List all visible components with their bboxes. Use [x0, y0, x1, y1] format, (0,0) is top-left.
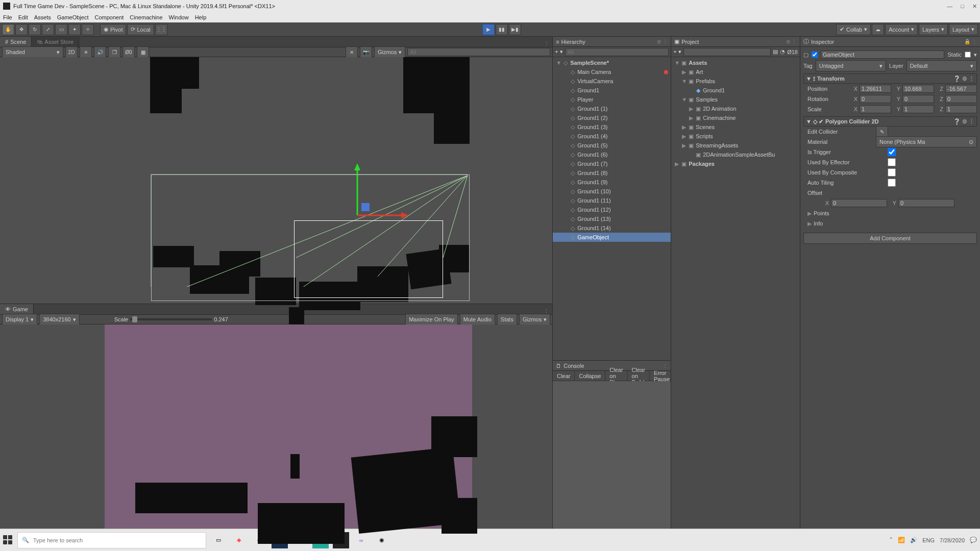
- app-chrome-icon[interactable]: ◉: [374, 532, 390, 548]
- scale-tool-icon[interactable]: ⤢: [42, 24, 54, 35]
- pos-z-input[interactable]: [945, 85, 977, 93]
- console-error-pause[interactable]: Error Pause: [650, 371, 674, 381]
- camera-icon[interactable]: 📷: [360, 46, 372, 58]
- tool-icon[interactable]: ✕: [346, 46, 358, 58]
- menu-edit[interactable]: Edit: [18, 14, 28, 20]
- active-checkbox[interactable]: [812, 52, 818, 58]
- menu-component[interactable]: Component: [94, 14, 124, 20]
- tray-volume-icon[interactable]: 🔊: [910, 537, 917, 543]
- step-button[interactable]: ▶▮: [509, 24, 521, 35]
- maximize-button[interactable]: □: [961, 3, 964, 10]
- project-search-input[interactable]: [683, 48, 771, 56]
- project-item[interactable]: ▶▣Packages: [671, 159, 800, 168]
- pos-x-input[interactable]: [860, 85, 891, 93]
- console-clear-on-play[interactable]: Clear on Play: [605, 371, 627, 381]
- material-field[interactable]: None (Physics Ma⊙: [876, 136, 977, 147]
- scale-slider[interactable]: [130, 318, 212, 320]
- audio-icon[interactable]: 🔊: [94, 46, 106, 58]
- hidden-icon[interactable]: Ø0: [122, 46, 135, 58]
- create-dropdown-icon[interactable]: + ▾: [673, 48, 681, 55]
- display-dropdown[interactable]: Display 1 ▾: [2, 314, 37, 325]
- panel-menu-icon[interactable]: ⊘ ⋮: [657, 39, 668, 44]
- tab-game[interactable]: 👁 Game: [0, 304, 34, 314]
- object-name-input[interactable]: [821, 51, 944, 59]
- used-by-composite-checkbox[interactable]: [876, 168, 908, 177]
- shading-dropdown[interactable]: Shaded▾: [2, 46, 63, 58]
- add-component-button[interactable]: Add Component: [803, 233, 977, 244]
- project-item[interactable]: ▣2DAnimationSampleAssetBu: [671, 150, 800, 159]
- layout-dropdown[interactable]: Layout ▾: [949, 24, 978, 35]
- transform-header[interactable]: ▼ ⟟ Transform❔ ⚙ ⋮: [803, 73, 977, 84]
- close-button[interactable]: ✕: [972, 3, 977, 10]
- panel-menu-icon[interactable]: ⊘ ⋮: [786, 39, 797, 44]
- move-tool-icon[interactable]: ✥: [15, 24, 28, 35]
- project-item[interactable]: ▶▣Art: [671, 67, 800, 77]
- search-scope-icon[interactable]: ▤: [773, 48, 778, 55]
- edit-collider-button[interactable]: ✎: [876, 126, 888, 137]
- scale-x-input[interactable]: [860, 105, 891, 113]
- scale-y-input[interactable]: [902, 105, 934, 113]
- tab-asset-store[interactable]: 🛍 Asset Store: [32, 37, 79, 47]
- collab-dropdown[interactable]: ✔ Collab ▾: [836, 24, 871, 35]
- mute-button[interactable]: Mute Audio: [460, 314, 495, 325]
- tray-lang-icon[interactable]: ENG: [922, 537, 935, 543]
- menu-window[interactable]: Window: [169, 14, 189, 20]
- menu-file[interactable]: File: [3, 14, 12, 20]
- tag-dropdown[interactable]: Untagged▾: [816, 60, 886, 71]
- auto-tiling-checkbox[interactable]: [876, 179, 908, 187]
- start-button[interactable]: [3, 535, 13, 545]
- app-brave-icon[interactable]: ◆: [231, 532, 247, 548]
- pos-y-input[interactable]: [902, 85, 934, 93]
- layer-dropdown[interactable]: Default▾: [906, 60, 977, 71]
- panel-menu-icon[interactable]: ⋮: [541, 40, 552, 47]
- fx-icon[interactable]: ❐: [108, 46, 120, 58]
- filter-icon[interactable]: ◔: [780, 48, 785, 55]
- layers-dropdown[interactable]: Layers ▾: [919, 24, 948, 35]
- console-collapse[interactable]: Collapse: [575, 371, 605, 381]
- mode-2d-button[interactable]: 2D: [65, 46, 78, 58]
- game-view[interactable]: [0, 324, 552, 529]
- taskbar-search[interactable]: 🔍 Type here to search: [17, 532, 206, 548]
- pivot-button[interactable]: ◉ Pivot: [100, 24, 126, 35]
- menu-assets[interactable]: Assets: [34, 14, 51, 20]
- rotate-tool-icon[interactable]: ↻: [29, 24, 41, 35]
- project-item[interactable]: ▶▣2D Animation: [671, 104, 800, 113]
- project-item[interactable]: ▶▣Scenes: [671, 122, 800, 132]
- console-clear[interactable]: Clear: [553, 371, 575, 381]
- account-dropdown[interactable]: Account ▾: [885, 24, 918, 35]
- snap-button[interactable]: ⋮⋮: [155, 24, 167, 35]
- static-checkbox[interactable]: [965, 52, 971, 58]
- tray-wifi-icon[interactable]: 📶: [898, 537, 905, 543]
- local-button[interactable]: ⟳ Local: [127, 24, 154, 35]
- maximize-button[interactable]: Maximize On Play: [405, 314, 458, 325]
- tray-chevron-icon[interactable]: ˄: [890, 537, 893, 543]
- info-foldout[interactable]: Info: [814, 220, 823, 227]
- app-vs-icon[interactable]: ∞: [353, 532, 370, 548]
- panel-menu-icon[interactable]: ⋮: [663, 363, 668, 368]
- scene-view[interactable]: [0, 57, 552, 304]
- hand-tool-icon[interactable]: ✋: [2, 24, 14, 35]
- menu-help[interactable]: Help: [195, 14, 207, 20]
- project-tree[interactable]: ▼▣Assets▶▣Art▼▣Prefabs◆Ground1▼▣Samples▶…: [671, 57, 800, 529]
- project-item[interactable]: ▶▣Scripts: [671, 132, 800, 141]
- play-button[interactable]: ▶: [482, 24, 495, 35]
- resolution-dropdown[interactable]: 3840x2160 ▾: [39, 314, 79, 325]
- minimize-button[interactable]: —: [947, 3, 952, 10]
- transform-tool-icon[interactable]: ✦: [68, 24, 81, 35]
- menu-cinemachine[interactable]: Cinemachine: [130, 14, 162, 20]
- create-dropdown-icon[interactable]: + ▾: [555, 48, 562, 55]
- light-icon[interactable]: ☀: [80, 46, 92, 58]
- project-item[interactable]: ▼▣Assets: [671, 58, 800, 67]
- is-trigger-checkbox[interactable]: [876, 148, 908, 156]
- panel-menu-icon[interactable]: 🔒 ⋮: [964, 39, 977, 44]
- console-clear-on-build[interactable]: Clear on Build: [628, 371, 650, 381]
- gizmos-dropdown[interactable]: Gizmos ▾: [374, 46, 405, 58]
- custom-tool-icon[interactable]: ✧: [82, 24, 94, 35]
- project-item[interactable]: ▶▣StreamingAssets: [671, 141, 800, 150]
- grid-icon[interactable]: ▦: [137, 46, 149, 58]
- gizmos-button[interactable]: Gizmos ▾: [519, 314, 550, 325]
- tray-notifications-icon[interactable]: 💬: [970, 537, 977, 543]
- task-view-icon[interactable]: ▭: [210, 532, 227, 548]
- rot-z-input[interactable]: [945, 95, 977, 103]
- rot-x-input[interactable]: [860, 95, 891, 103]
